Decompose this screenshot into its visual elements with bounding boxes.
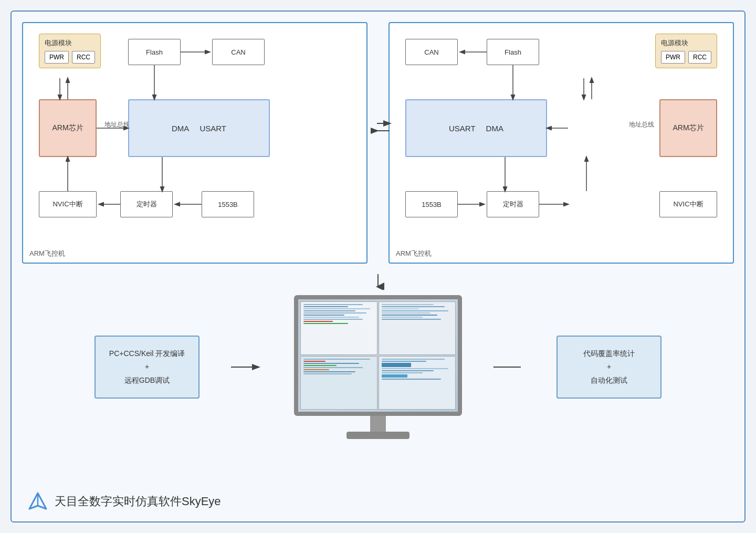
left-dev-group: PC+CCS/Keil 开发编译 + 远程GDB调试 [94,336,200,399]
left-addr-bus: 地址总线 [104,120,130,129]
right-dev-line2: + [570,360,648,373]
top-section: 电源模块 PWR RCC Flash CAN ARM芯片 地址总线 DMA US… [22,22,734,264]
right-addr-bus: 地址总线 [629,120,654,129]
right-arm-box-label: ARM飞控机 [396,249,432,258]
left-rcc-chip: RCC [72,51,95,64]
left-flash-box: Flash [128,39,181,65]
screen-q2 [379,301,456,355]
left-dev-line1: PC+CCS/Keil 开发编译 [108,347,186,360]
right-dev-group: 代码覆盖率统计 + 自动化测试 [556,336,662,399]
monitor-screen-inner [298,299,458,412]
bottom-section: PC+CCS/Keil 开发编译 + 远程GDB调试 [22,295,734,439]
left-dev-line3: 远程GDB调试 [108,374,186,387]
footer-text: 天目全数字实时仿真软件SkyEye [55,494,221,509]
footer-area: 天目全数字实时仿真软件SkyEye [27,491,221,512]
left-dev-line2: + [108,360,186,373]
right-pwr-chip: PWR [661,51,685,64]
down-arrow-container [22,274,734,290]
screen-q1 [300,301,377,355]
left-power-module-chips: PWR RCC [45,51,95,64]
right-power-module-chips: PWR RCC [661,51,711,64]
left-power-module: 电源模块 PWR RCC [39,34,101,68]
right-dev-line3: 自动化测试 [570,374,648,387]
right-dma-label: DMA [486,124,503,133]
monitor-container [294,295,462,439]
right-timer-box: 定时器 [487,191,539,217]
left-1553b-box: 1553B [202,191,254,217]
screen-q3 [300,356,377,410]
left-arm-chip: ARM芯片 [39,99,97,157]
skyeye-logo-icon [27,491,48,512]
left-can-box: CAN [212,39,265,65]
right-flash-box: Flash [487,39,539,65]
right-1553b-box: 1553B [405,191,458,217]
left-usart-label: USART [200,124,226,133]
right-dev-line1: 代码覆盖率统计 [570,347,648,360]
right-rcc-chip: RCC [688,51,711,64]
outer-container: 电源模块 PWR RCC Flash CAN ARM芯片 地址总线 DMA US… [10,11,746,522]
left-timer-box: 定时器 [120,191,173,217]
right-dma-usart-box: USART DMA [405,99,547,157]
down-arrow-svg [370,274,386,290]
monitor-to-right-arrow [494,362,525,372]
left-dev-box: PC+CCS/Keil 开发编译 + 远程GDB调试 [94,336,200,399]
right-can-box: CAN [405,39,458,65]
right-dev-box: 代码覆盖率统计 + 自动化测试 [556,336,662,399]
left-to-monitor-arrow [231,362,262,372]
screen-q4 [379,356,456,410]
right-arm-chip: ARM芯片 [659,99,717,157]
right-nvic-box: NVIC中断 [659,191,717,217]
left-dma-label: DMA [172,124,189,133]
left-dma-usart-box: DMA USART [128,99,270,157]
monitor-base [346,432,410,439]
left-arm-box: 电源模块 PWR RCC Flash CAN ARM芯片 地址总线 DMA US… [22,22,368,264]
left-pwr-chip: PWR [45,51,69,64]
monitor-screen [294,295,462,416]
right-power-module: 电源模块 PWR RCC [655,34,717,68]
monitor-neck [370,416,386,432]
right-power-module-title: 电源模块 [661,38,688,48]
right-arm-box: 电源模块 PWR RCC CAN Flash USART DMA 地址总线 AR… [388,22,734,264]
left-nvic-box: NVIC中断 [39,191,97,217]
left-arm-box-label: ARM飞控机 [29,249,65,258]
left-power-module-title: 电源模块 [45,38,72,48]
right-usart-label: USART [449,124,476,133]
